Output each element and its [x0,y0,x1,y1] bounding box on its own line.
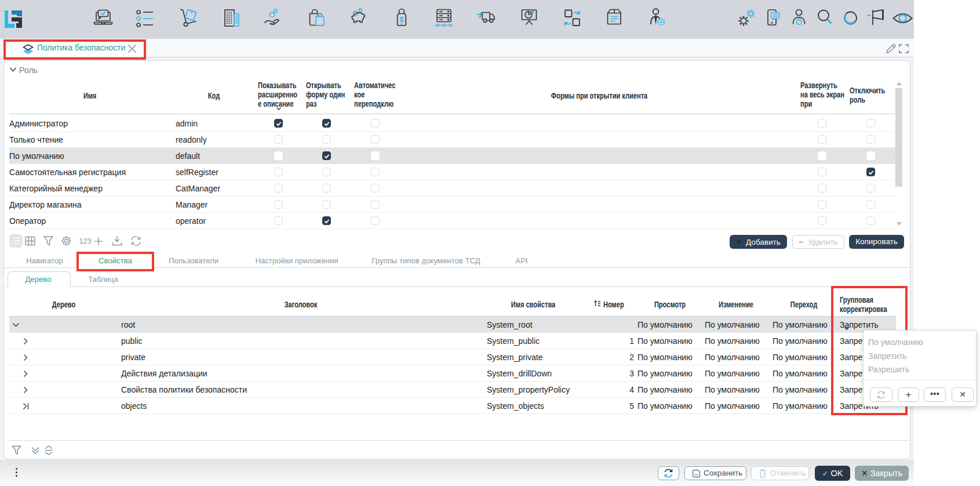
svg-text:$: $ [399,15,404,24]
